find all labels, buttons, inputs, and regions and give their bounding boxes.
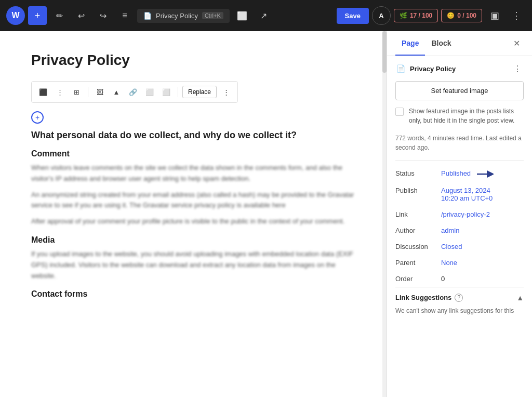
tab-page[interactable]: Page	[395, 32, 425, 56]
paragraph-profile: After approval of your comment your prof…	[31, 216, 355, 227]
readability-counter-button[interactable]: 😊 0 / 100	[441, 9, 482, 22]
edit-button[interactable]: ✏	[50, 6, 69, 25]
document-icon: 📄	[143, 12, 152, 20]
tab-block[interactable]: Block	[425, 32, 457, 56]
scrollbar-thumb[interactable]	[382, 31, 387, 73]
divider-1	[395, 161, 524, 161]
sidebar-content: 📄 Privacy Policy ⋮ Set featured image Sh…	[387, 56, 532, 397]
order-label: Order	[395, 275, 437, 283]
author-row: Author admin	[395, 222, 524, 239]
toolbar: W + ✏ ↩ ↪ ≡ 📄 Privacy Policy Ctrl+K ⬜ ↗ …	[0, 0, 532, 31]
block-drag-icon[interactable]: ⋮	[52, 85, 67, 99]
set-featured-image-button[interactable]: Set featured image	[395, 81, 524, 100]
show-featured-row: Show featured image in the posts lists o…	[395, 107, 524, 125]
seo-icon: 🌿	[400, 12, 407, 19]
more-icon: ⋮	[512, 10, 521, 21]
toolbar-divider2	[178, 87, 178, 97]
block-options-icon[interactable]: ⋮	[219, 85, 233, 99]
status-row: Status Published	[395, 165, 524, 182]
sidebar-header: Page Block ✕	[387, 31, 532, 56]
save-button[interactable]: Save	[337, 8, 369, 24]
paragraph-gravatar-link[interactable]: privacy policy is available here	[194, 201, 286, 209]
undo-button[interactable]: ↩	[72, 6, 90, 25]
word-count-text: 772 words, 4 minutes read time. Last edi…	[395, 134, 524, 152]
readability-counter-value: 0 / 100	[457, 12, 476, 19]
block-toolbar[interactable]: ⬛ ⋮ ⊞ 🖼 ▲ 🔗 ⬜ ⬜ Replace ⋮	[31, 81, 238, 103]
vertical-scrollbar[interactable]	[382, 31, 387, 397]
more-block-icon[interactable]: ⬜	[159, 85, 174, 99]
align-icon[interactable]: ⬜	[142, 85, 157, 99]
redo-button[interactable]: ↪	[94, 6, 112, 25]
paragraph-comment: When visitors leave comments on the site…	[31, 163, 355, 184]
seo-counter-button[interactable]: 🌿 17 / 100	[394, 9, 438, 22]
image-icon[interactable]: 🖼	[92, 85, 107, 99]
page-document-icon: 📄	[395, 63, 406, 74]
parent-label: Parent	[395, 259, 437, 267]
replace-button[interactable]: Replace	[182, 86, 217, 98]
toolbar-more-button[interactable]: ⋮	[507, 6, 526, 25]
discussion-row: Discussion Closed	[395, 239, 524, 255]
sidebar-close-button[interactable]: ✕	[509, 36, 524, 51]
show-featured-label: Show featured image in the posts lists o…	[409, 107, 524, 125]
paragraph-media: If you upload images to the website, you…	[31, 249, 355, 281]
link-suggestions-collapse-button[interactable]: ▲	[516, 294, 524, 302]
link-value[interactable]: /privacy-policy-2	[441, 210, 524, 218]
section-heading: What personal data do we collect, and wh…	[31, 130, 355, 141]
status-arrow	[477, 169, 494, 178]
status-text: Published	[441, 169, 471, 177]
author-value[interactable]: admin	[441, 227, 524, 234]
paragraph-gravatar: An anonymized string created from your e…	[31, 190, 355, 211]
editor-inner[interactable]: Privacy Policy ⬛ ⋮ ⊞ 🖼 ▲ 🔗 ⬜ ⬜ Replace ⋮…	[0, 31, 387, 397]
publish-time: 10:20 am UTC+0	[441, 194, 493, 202]
link-suggestions-help-icon[interactable]: ?	[455, 294, 463, 302]
add-block-button[interactable]: +	[28, 6, 47, 25]
external-icon: ↗	[260, 11, 267, 21]
block-move-icon[interactable]: ⊞	[69, 85, 84, 99]
block-type-icon[interactable]: ⬛	[36, 85, 50, 99]
list-icon: ≡	[122, 11, 127, 20]
parent-value[interactable]: None	[441, 259, 524, 267]
astra-label: A	[379, 12, 383, 20]
pen-icon: ✏	[56, 11, 63, 21]
publish-value[interactable]: August 13, 2024 10:20 am UTC+0	[441, 187, 524, 202]
external-link-button[interactable]: ↗	[255, 6, 273, 25]
undo-icon: ↩	[78, 11, 85, 21]
wp-logo-button[interactable]: W	[6, 6, 25, 25]
add-block-inline-button[interactable]: +	[31, 111, 44, 124]
arrow-icon	[477, 170, 494, 178]
discussion-label: Discussion	[395, 243, 437, 250]
status-label: Status	[395, 169, 437, 177]
panel-icon: ▣	[490, 10, 499, 21]
page-title: Privacy Policy	[31, 52, 355, 69]
link-suggestions-body: We can't show any link suggestions for t…	[395, 306, 524, 315]
panel-toggle-button[interactable]: ▣	[485, 6, 504, 25]
link-suggestions-title: Link Suggestions	[395, 294, 451, 301]
more-dots-icon: ⋮	[513, 64, 522, 74]
astra-button[interactable]: A	[372, 6, 391, 25]
link-row: Link /privacy-policy-2	[395, 206, 524, 222]
text-color-icon[interactable]: ▲	[109, 85, 124, 99]
preview-button[interactable]: ⬜	[233, 6, 251, 25]
readability-icon: 😊	[447, 12, 455, 19]
discussion-value[interactable]: Closed	[441, 243, 524, 250]
publish-date: August 13, 2024	[441, 187, 490, 194]
link-icon[interactable]: 🔗	[126, 85, 140, 99]
order-row: Order 0	[395, 271, 524, 287]
sidebar-more-button[interactable]: ⋮	[511, 62, 524, 75]
status-value[interactable]: Published	[441, 169, 524, 178]
wp-logo-icon: W	[11, 11, 19, 20]
toolbar-divider	[88, 87, 88, 97]
command-palette-button[interactable]: 📄 Privacy Policy Ctrl+K	[137, 9, 230, 23]
show-featured-checkbox[interactable]	[395, 108, 404, 116]
author-label: Author	[395, 227, 437, 234]
page-title-row: 📄 Privacy Policy ⋮	[395, 62, 524, 75]
contact-heading: Contact forms	[31, 289, 355, 299]
link-label: Link	[395, 210, 437, 218]
seo-counter-value: 17 / 100	[410, 12, 432, 19]
list-view-button[interactable]: ≡	[115, 6, 134, 25]
search-label: Privacy Policy	[156, 12, 198, 20]
search-shortcut: Ctrl+K	[202, 12, 223, 19]
monitor-icon: ⬜	[237, 11, 247, 21]
order-value: 0	[441, 275, 524, 283]
publish-label: Publish	[395, 187, 437, 194]
